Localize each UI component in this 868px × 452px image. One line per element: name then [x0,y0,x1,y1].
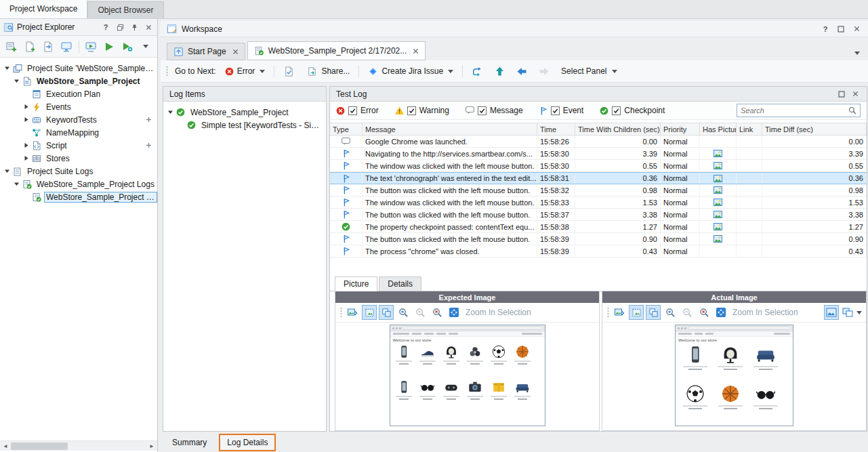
column-header[interactable]: Time [537,123,575,135]
tab-object-browser[interactable]: Object Browser [87,1,163,18]
chevron-right-icon[interactable] [22,104,30,110]
project-tree-item[interactable]: WebStore_Sample_Project Logs [0,178,157,190]
share-button[interactable]: Share... [304,64,352,79]
toolbar-grip[interactable] [165,66,169,77]
go-to-next-error-dropdown[interactable]: Error [222,64,268,78]
chevron-down-icon[interactable] [12,78,21,84]
close-tab-icon[interactable] [232,49,239,55]
forward-button[interactable] [536,64,552,79]
compare-regions-button[interactable] [646,305,661,320]
column-header[interactable]: Message [363,123,537,135]
help-button[interactable]: ? [100,22,111,33]
tab-log-details[interactable]: Log Details [219,434,276,451]
column-header[interactable]: Has Picture [700,123,737,135]
project-tree-item[interactable]: NameMapping [0,126,157,139]
log-row[interactable]: The button was clicked with the left mou… [330,233,867,245]
close-button[interactable] [850,89,861,100]
pin-button[interactable] [129,22,140,33]
run-button[interactable] [101,39,117,55]
project-tree-item[interactable]: Project Suite Logs [0,165,157,178]
column-header[interactable]: Time With Children (sec) [575,123,661,135]
zoom-in-button[interactable] [396,305,411,320]
log-row[interactable]: The text 'chronograph' was entered in th… [330,172,867,184]
select-region-button[interactable] [362,305,377,320]
merge-logs-button[interactable] [469,64,486,79]
export-image-button[interactable] [345,305,360,320]
project-tree-item[interactable]: Execution Plan [0,87,157,100]
zoom-in-selection-button[interactable] [714,305,728,320]
run-with-options-button[interactable] [119,39,136,55]
add-child-button[interactable] [146,117,152,123]
chevron-down-icon[interactable] [856,311,862,314]
log-row[interactable]: The button was clicked with the left mou… [330,184,867,197]
zoom-reset-button[interactable] [697,305,711,320]
project-tree-item[interactable]: Project Suite 'WebStore_Sample_Project' [0,62,157,75]
close-button[interactable] [851,24,862,35]
zoom-out-button[interactable] [413,305,428,320]
log-row[interactable]: Google Chrome was launched.15:58:260.00N… [330,136,867,148]
log-row[interactable]: The button was clicked with the left mou… [330,209,867,221]
open-item-button[interactable] [40,39,56,55]
select-panel-dropdown[interactable]: Select Panel [558,64,619,78]
help-button[interactable]: ? [820,24,831,35]
zoom-reset-button[interactable] [430,305,445,320]
tab-list-dropdown[interactable] [854,52,860,55]
chevron-right-icon[interactable] [22,155,30,161]
tab-start-page[interactable]: Start Page [167,43,245,60]
zoom-out-button[interactable] [680,305,695,320]
log-items-tree-item[interactable]: WebStore_Sample_Project [163,106,326,119]
project-tree-item[interactable]: Stores [0,152,157,165]
run-on-monitor-button[interactable] [83,39,100,55]
toolbar-dropdown-button[interactable] [138,39,154,55]
close-button[interactable] [143,22,154,33]
chevron-right-icon[interactable] [22,142,30,148]
float-button[interactable] [115,22,125,33]
checkbox-event[interactable] [551,106,560,115]
create-jira-issue-button[interactable]: Create Jira Issue [365,64,456,79]
chevron-down-icon[interactable] [166,109,175,115]
log-items-tree-item[interactable]: Simple test [KeywordTests - Simple...] [163,119,326,131]
project-tree-item[interactable]: WebStore_Sample_Project [0,75,157,87]
scroll-left-button[interactable]: ◄ [0,441,11,451]
lock-view-button[interactable] [824,305,839,320]
project-tree-item[interactable]: Script [0,139,157,152]
log-row[interactable]: The process "chrome" was closed.15:58:39… [330,245,867,258]
export-log-button[interactable] [281,64,297,79]
checkbox-checkpoint[interactable] [612,106,621,115]
tab-project-workspace[interactable]: Project Workspace [0,0,87,18]
column-header[interactable]: Type [330,123,363,135]
column-header[interactable]: Time Diff (sec) [762,123,867,135]
add-child-button[interactable] [146,142,152,148]
close-tab-icon[interactable] [413,48,419,54]
up-level-button[interactable] [492,64,508,79]
column-header[interactable]: Link [737,123,762,135]
connect-device-button[interactable] [58,39,75,55]
tab-summary[interactable]: Summary [165,435,213,450]
scroll-right-button[interactable]: ► [146,441,157,451]
column-header[interactable]: Priority [661,123,700,135]
view-mode-button[interactable] [840,305,855,320]
checkbox-warning[interactable] [407,106,416,115]
zoom-in-selection-button[interactable] [447,305,461,320]
log-row[interactable]: The property checkpoint passed: contentT… [330,221,867,233]
select-region-button[interactable] [629,305,644,320]
maximize-button[interactable] [835,24,846,35]
compare-regions-button[interactable] [379,305,394,320]
project-tree-item[interactable]: WebStore_Sample_Project 2/17/... [0,190,157,203]
project-tree-item[interactable]: KeywordTests [0,113,157,126]
log-row[interactable]: Navigating to the http://services.smartb… [330,148,867,160]
log-row[interactable]: The window was clicked with the left mou… [330,197,867,209]
horizontal-scrollbar[interactable]: ◄ ► [0,440,157,451]
tab-picture[interactable]: Picture [335,276,377,291]
scrollbar-thumb[interactable] [11,443,68,450]
project-tree-item[interactable]: Events [0,100,157,113]
toolbar-grip[interactable] [339,307,343,318]
add-project-button[interactable] [3,39,20,55]
add-item-button[interactable] [22,39,38,55]
export-image-button[interactable] [612,305,627,320]
chevron-down-icon[interactable] [3,65,12,71]
toolbar-grip[interactable] [606,307,610,318]
maximize-button[interactable] [836,89,847,100]
chevron-down-icon[interactable] [12,181,21,187]
tab-details[interactable]: Details [379,276,421,291]
